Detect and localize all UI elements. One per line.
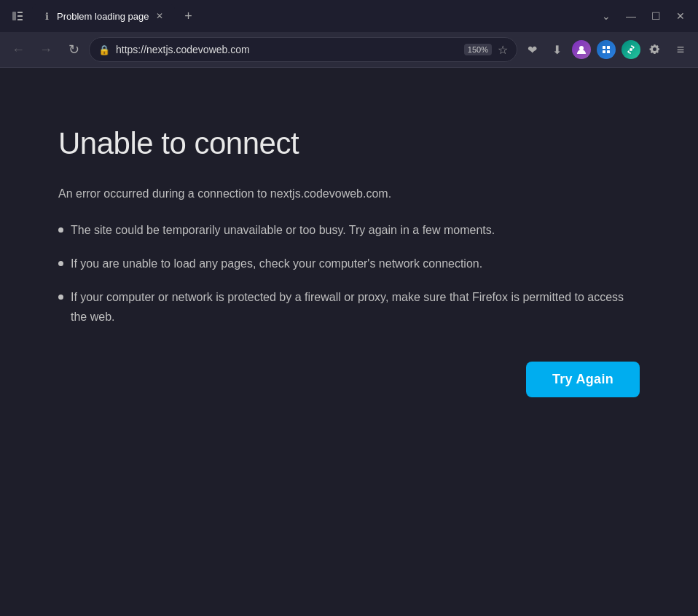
back-button[interactable]: ← xyxy=(6,37,31,62)
address-bar[interactable]: 🔒 150% ☆ xyxy=(89,37,517,62)
tab-bar: ℹ Problem loading page ✕ + ⌄ — ☐ ✕ xyxy=(0,0,698,32)
bullet-icon xyxy=(58,295,63,300)
menu-button[interactable]: ≡ xyxy=(669,38,692,61)
svg-rect-0 xyxy=(12,12,16,20)
list-item: If your computer or network is protected… xyxy=(58,288,640,327)
window-controls: ⌄ — ☐ ✕ xyxy=(595,4,692,28)
list-item-text-1: The site could be temporarily unavailabl… xyxy=(71,221,495,240)
tab-close-button[interactable]: ✕ xyxy=(153,9,166,23)
svg-rect-2 xyxy=(17,15,23,17)
svg-rect-6 xyxy=(607,46,610,49)
list-item: If you are unable to load any pages, che… xyxy=(58,254,640,273)
container-button[interactable] xyxy=(595,38,618,61)
svg-rect-5 xyxy=(603,46,605,49)
extensions-button[interactable] xyxy=(644,38,667,61)
tab-error-icon: ℹ xyxy=(41,10,52,22)
close-button[interactable]: ✕ xyxy=(669,4,692,28)
browser-chrome: ℹ Problem loading page ✕ + ⌄ — ☐ ✕ ← xyxy=(0,0,698,68)
profile-button[interactable] xyxy=(570,38,593,61)
svg-rect-3 xyxy=(17,19,23,20)
toolbar: ← → ↻ 🔒 150% ☆ ❤ ⬇ xyxy=(0,32,698,67)
list-item-text-2: If you are unable to load any pages, che… xyxy=(71,254,482,273)
profile-avatar xyxy=(572,40,591,59)
lock-icon: 🔒 xyxy=(98,44,110,55)
svg-rect-1 xyxy=(17,12,23,13)
error-page: Unable to connect An error occurred duri… xyxy=(0,68,698,616)
zoom-badge: 150% xyxy=(464,44,492,55)
tabs-dropdown-button[interactable]: ⌄ xyxy=(595,4,618,28)
download-button[interactable]: ⬇ xyxy=(545,38,568,61)
sync-button[interactable] xyxy=(619,38,643,61)
sidebar-toggle-button[interactable] xyxy=(6,4,29,28)
sync-icon xyxy=(621,40,640,59)
error-list: The site could be temporarily unavailabl… xyxy=(58,221,640,327)
try-again-container: Try Again xyxy=(58,362,640,397)
bullet-icon xyxy=(58,261,63,266)
svg-point-9 xyxy=(630,48,632,51)
pocket-button[interactable]: ❤ xyxy=(520,38,544,61)
error-title: Unable to connect xyxy=(58,126,640,161)
tab-label: Problem loading page xyxy=(57,11,149,22)
try-again-button[interactable]: Try Again xyxy=(526,362,640,397)
url-input[interactable] xyxy=(116,44,458,55)
restore-button[interactable]: ☐ xyxy=(644,4,667,28)
bookmark-button[interactable]: ☆ xyxy=(498,43,508,57)
error-description: An error occurred during a connection to… xyxy=(58,184,640,203)
reload-button[interactable]: ↻ xyxy=(61,37,86,62)
list-item: The site could be temporarily unavailabl… xyxy=(58,221,640,240)
new-tab-button[interactable]: + xyxy=(178,6,198,26)
minimize-button[interactable]: — xyxy=(619,4,643,28)
forward-button[interactable]: → xyxy=(34,37,58,62)
bullet-icon xyxy=(58,227,63,233)
svg-rect-8 xyxy=(607,50,610,53)
list-item-text-3: If your computer or network is protected… xyxy=(71,288,640,327)
toolbar-icons: ❤ ⬇ xyxy=(520,38,692,61)
container-icon xyxy=(597,40,616,59)
svg-rect-7 xyxy=(603,50,605,53)
active-tab[interactable]: ℹ Problem loading page ✕ xyxy=(32,4,175,28)
